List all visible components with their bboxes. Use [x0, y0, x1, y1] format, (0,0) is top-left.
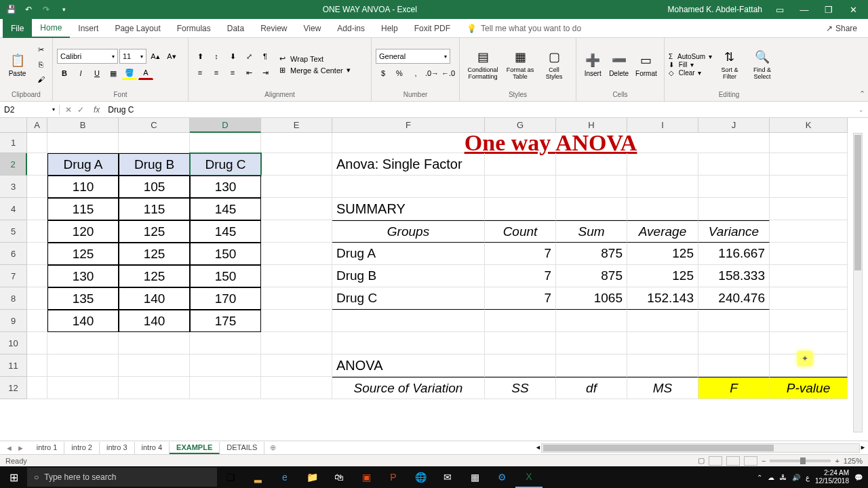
zoom-handle[interactable] [800, 458, 806, 464]
row-header-11[interactable]: 11 [0, 354, 27, 377]
comma-icon[interactable]: , [408, 66, 423, 80]
name-box[interactable]: D2▾ [0, 105, 60, 115]
taskbar-search[interactable]: ○ Type here to search [27, 468, 217, 487]
sheet-nav-last-icon[interactable]: ► [17, 444, 24, 452]
cell-I10[interactable] [627, 332, 698, 354]
col-header-I[interactable]: I [627, 118, 698, 133]
col-header-J[interactable]: J [698, 118, 770, 133]
horizontal-scrollbar[interactable]: ◄ ► [541, 443, 860, 453]
cell-K2[interactable] [770, 153, 848, 176]
cell-H12[interactable]: df [556, 377, 627, 399]
col-header-F[interactable]: F [332, 118, 485, 133]
tray-chevron-icon[interactable]: ⌃ [757, 474, 762, 481]
delete-cells-button[interactable]: ➖Delete [606, 51, 631, 79]
cell-G4[interactable] [485, 198, 556, 220]
cell-A7[interactable] [27, 265, 47, 287]
decrease-indent-icon[interactable]: ⇤ [241, 66, 256, 79]
cell-H2[interactable] [556, 153, 627, 176]
cell-C4[interactable]: 115 [119, 198, 190, 220]
cell-F8[interactable]: Drug C [332, 287, 485, 310]
sheet-tab-intro-3[interactable]: intro 3 [100, 442, 135, 454]
tray-volume-icon[interactable]: 🔊 [792, 474, 800, 481]
row-header-2[interactable]: 2 [0, 153, 27, 176]
cell-C9[interactable]: 140 [119, 310, 190, 332]
page-break-view-icon[interactable] [744, 456, 757, 466]
row-header-12[interactable]: 12 [0, 377, 27, 399]
row-header-8[interactable]: 8 [0, 287, 27, 310]
cell-K9[interactable] [770, 310, 848, 332]
cell-J6[interactable]: 116.667 [698, 243, 770, 265]
tab-foxit[interactable]: Foxit PDF [406, 19, 458, 38]
hscroll-right-icon[interactable]: ► [860, 444, 866, 451]
sheet-tab-example[interactable]: EXAMPLE [170, 442, 220, 454]
cell-K1[interactable] [770, 133, 848, 153]
cell-E10[interactable] [261, 332, 332, 354]
cell-F6[interactable]: Drug A [332, 243, 485, 265]
font-name-combo[interactable]: Calibri▾ [57, 49, 118, 64]
cell-J9[interactable] [698, 310, 770, 332]
tray-cloud-icon[interactable]: ☁ [768, 474, 774, 481]
hscroll-left-icon[interactable]: ◄ [535, 444, 541, 451]
cell-C6[interactable]: 125 [119, 243, 190, 265]
cell-A3[interactable] [27, 176, 47, 198]
increase-font-icon[interactable]: A▴ [148, 49, 163, 63]
cell-E9[interactable] [261, 310, 332, 332]
cell-C8[interactable]: 140 [119, 287, 190, 310]
notifications-icon[interactable]: 💬 [854, 474, 863, 481]
cell-D1[interactable] [190, 133, 261, 153]
cell-I7[interactable]: 125 [627, 265, 698, 287]
copy-icon[interactable]: ⎘ [33, 58, 48, 71]
sheet-tab-intro-1[interactable]: intro 1 [30, 442, 65, 454]
align-bottom-icon[interactable]: ⬇ [225, 49, 240, 63]
vertical-scrollbar[interactable] [853, 133, 863, 432]
cell-B5[interactable]: 120 [47, 220, 119, 243]
tab-view[interactable]: View [296, 19, 330, 38]
cell-A4[interactable] [27, 198, 47, 220]
align-middle-icon[interactable]: ↕ [209, 49, 224, 63]
page-layout-view-icon[interactable] [726, 456, 740, 466]
cell-G9[interactable] [485, 310, 556, 332]
cell-C7[interactable]: 125 [119, 265, 190, 287]
cell-F10[interactable] [332, 332, 485, 354]
cell-K3[interactable] [770, 176, 848, 198]
wrap-text-button[interactable]: ↩ Wrap Text [279, 54, 351, 63]
zoom-value[interactable]: 125% [844, 457, 863, 465]
increase-decimal-icon[interactable]: .0→ [425, 66, 439, 80]
fill-button[interactable]: ⬇ Fill ▾ [669, 61, 712, 68]
tab-formulas[interactable]: Formulas [169, 19, 219, 38]
cell-I9[interactable] [627, 310, 698, 332]
cell-A10[interactable] [27, 332, 47, 354]
cell-I5[interactable]: Average [627, 220, 698, 243]
tray-network-icon[interactable]: 🖧 [780, 474, 787, 481]
undo-icon[interactable]: ↶ [20, 1, 37, 18]
cell-D12[interactable] [190, 377, 261, 399]
cells-area[interactable]: One way ANOVADrug ADrug BDrug CAnova: Si… [27, 133, 868, 432]
row-header-6[interactable]: 6 [0, 243, 27, 265]
tell-me-search[interactable]: 💡 Tell me what you want to do [467, 24, 581, 33]
cell-E1[interactable] [261, 133, 332, 153]
cell-A6[interactable] [27, 243, 47, 265]
cell-I4[interactable] [627, 198, 698, 220]
row-header-1[interactable]: 1 [0, 133, 27, 153]
cell-D11[interactable] [190, 354, 261, 377]
user-name[interactable]: Mohamed K. Abdel-Fattah [668, 5, 762, 14]
zoom-in-icon[interactable]: + [835, 457, 839, 465]
cell-G6[interactable]: 7 [485, 243, 556, 265]
cell-E3[interactable] [261, 176, 332, 198]
percent-icon[interactable]: % [392, 66, 407, 80]
sheet-tab-intro-4[interactable]: intro 4 [135, 442, 170, 454]
autosum-button[interactable]: Σ AutoSum ▾ [669, 53, 712, 60]
cell-J8[interactable]: 240.476 [698, 287, 770, 310]
cell-A5[interactable] [27, 220, 47, 243]
cell-A11[interactable] [27, 354, 47, 377]
cell-D2[interactable]: Drug C [190, 153, 261, 176]
cell-C2[interactable]: Drug B [119, 153, 190, 176]
currency-icon[interactable]: $ [376, 66, 391, 80]
align-right-icon[interactable]: ≡ [225, 66, 240, 79]
cell-E11[interactable] [261, 354, 332, 377]
cell-H7[interactable]: 875 [556, 265, 627, 287]
cell-F7[interactable]: Drug B [332, 265, 485, 287]
cell-I8[interactable]: 152.143 [627, 287, 698, 310]
cell-B2[interactable]: Drug A [47, 153, 119, 176]
cell-B9[interactable]: 140 [47, 310, 119, 332]
